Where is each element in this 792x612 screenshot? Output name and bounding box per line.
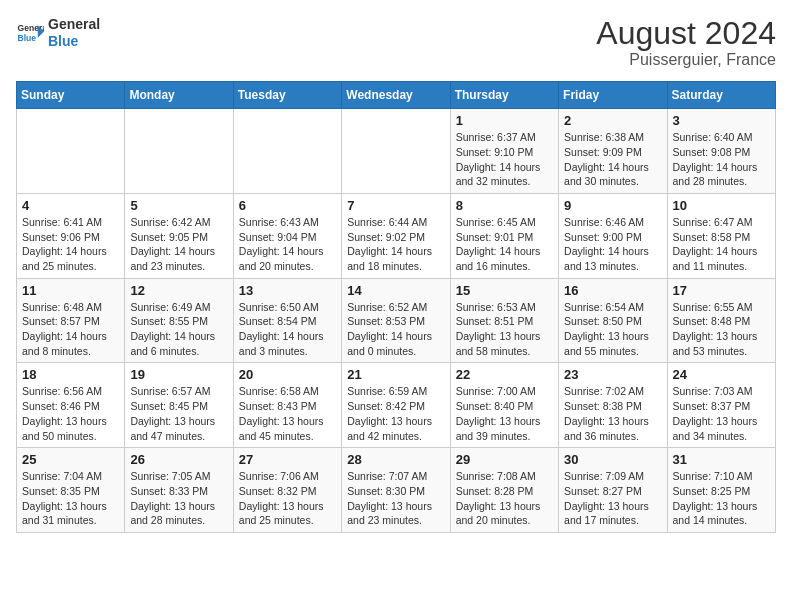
calendar-cell: 3Sunrise: 6:40 AM Sunset: 9:08 PM Daylig… [667,109,775,194]
day-info: Sunrise: 6:56 AM Sunset: 8:46 PM Dayligh… [22,384,119,443]
day-info: Sunrise: 6:38 AM Sunset: 9:09 PM Dayligh… [564,130,661,189]
calendar-cell: 25Sunrise: 7:04 AM Sunset: 8:35 PM Dayli… [17,448,125,533]
day-info: Sunrise: 6:43 AM Sunset: 9:04 PM Dayligh… [239,215,336,274]
svg-text:Blue: Blue [18,33,37,43]
day-number: 5 [130,198,227,213]
calendar-cell: 31Sunrise: 7:10 AM Sunset: 8:25 PM Dayli… [667,448,775,533]
day-info: Sunrise: 7:03 AM Sunset: 8:37 PM Dayligh… [673,384,770,443]
day-info: Sunrise: 7:06 AM Sunset: 8:32 PM Dayligh… [239,469,336,528]
day-number: 21 [347,367,444,382]
day-number: 14 [347,283,444,298]
calendar-cell [233,109,341,194]
day-number: 26 [130,452,227,467]
day-info: Sunrise: 6:49 AM Sunset: 8:55 PM Dayligh… [130,300,227,359]
calendar-cell: 5Sunrise: 6:42 AM Sunset: 9:05 PM Daylig… [125,193,233,278]
calendar-week-row: 25Sunrise: 7:04 AM Sunset: 8:35 PM Dayli… [17,448,776,533]
calendar-cell: 1Sunrise: 6:37 AM Sunset: 9:10 PM Daylig… [450,109,558,194]
day-info: Sunrise: 7:02 AM Sunset: 8:38 PM Dayligh… [564,384,661,443]
day-info: Sunrise: 6:58 AM Sunset: 8:43 PM Dayligh… [239,384,336,443]
header-friday: Friday [559,82,667,109]
day-number: 27 [239,452,336,467]
calendar-cell: 11Sunrise: 6:48 AM Sunset: 8:57 PM Dayli… [17,278,125,363]
calendar-cell: 15Sunrise: 6:53 AM Sunset: 8:51 PM Dayli… [450,278,558,363]
day-number: 22 [456,367,553,382]
logo: General Blue General Blue [16,16,100,50]
page-subtitle: Puisserguier, France [596,51,776,69]
header-thursday: Thursday [450,82,558,109]
day-number: 7 [347,198,444,213]
day-number: 1 [456,113,553,128]
day-number: 11 [22,283,119,298]
calendar-cell: 30Sunrise: 7:09 AM Sunset: 8:27 PM Dayli… [559,448,667,533]
calendar-cell: 12Sunrise: 6:49 AM Sunset: 8:55 PM Dayli… [125,278,233,363]
calendar-cell: 22Sunrise: 7:00 AM Sunset: 8:40 PM Dayli… [450,363,558,448]
day-number: 24 [673,367,770,382]
day-number: 25 [22,452,119,467]
day-info: Sunrise: 6:44 AM Sunset: 9:02 PM Dayligh… [347,215,444,274]
header-monday: Monday [125,82,233,109]
day-info: Sunrise: 7:09 AM Sunset: 8:27 PM Dayligh… [564,469,661,528]
day-info: Sunrise: 6:59 AM Sunset: 8:42 PM Dayligh… [347,384,444,443]
calendar-week-row: 18Sunrise: 6:56 AM Sunset: 8:46 PM Dayli… [17,363,776,448]
day-number: 2 [564,113,661,128]
day-number: 8 [456,198,553,213]
calendar-cell: 28Sunrise: 7:07 AM Sunset: 8:30 PM Dayli… [342,448,450,533]
calendar-cell: 29Sunrise: 7:08 AM Sunset: 8:28 PM Dayli… [450,448,558,533]
day-info: Sunrise: 6:37 AM Sunset: 9:10 PM Dayligh… [456,130,553,189]
calendar-cell: 2Sunrise: 6:38 AM Sunset: 9:09 PM Daylig… [559,109,667,194]
calendar-week-row: 4Sunrise: 6:41 AM Sunset: 9:06 PM Daylig… [17,193,776,278]
calendar-cell: 16Sunrise: 6:54 AM Sunset: 8:50 PM Dayli… [559,278,667,363]
calendar-week-row: 11Sunrise: 6:48 AM Sunset: 8:57 PM Dayli… [17,278,776,363]
calendar-cell: 13Sunrise: 6:50 AM Sunset: 8:54 PM Dayli… [233,278,341,363]
calendar-cell: 4Sunrise: 6:41 AM Sunset: 9:06 PM Daylig… [17,193,125,278]
title-block: August 2024 Puisserguier, France [596,16,776,69]
calendar-cell: 21Sunrise: 6:59 AM Sunset: 8:42 PM Dayli… [342,363,450,448]
day-info: Sunrise: 6:46 AM Sunset: 9:00 PM Dayligh… [564,215,661,274]
calendar-cell: 10Sunrise: 6:47 AM Sunset: 8:58 PM Dayli… [667,193,775,278]
calendar-cell: 6Sunrise: 6:43 AM Sunset: 9:04 PM Daylig… [233,193,341,278]
day-info: Sunrise: 6:45 AM Sunset: 9:01 PM Dayligh… [456,215,553,274]
day-number: 30 [564,452,661,467]
logo-icon: General Blue [16,19,44,47]
day-info: Sunrise: 6:53 AM Sunset: 8:51 PM Dayligh… [456,300,553,359]
calendar-cell: 23Sunrise: 7:02 AM Sunset: 8:38 PM Dayli… [559,363,667,448]
page-header: General Blue General Blue August 2024 Pu… [16,16,776,69]
day-number: 28 [347,452,444,467]
day-info: Sunrise: 6:47 AM Sunset: 8:58 PM Dayligh… [673,215,770,274]
day-info: Sunrise: 7:08 AM Sunset: 8:28 PM Dayligh… [456,469,553,528]
day-info: Sunrise: 7:05 AM Sunset: 8:33 PM Dayligh… [130,469,227,528]
calendar-cell: 26Sunrise: 7:05 AM Sunset: 8:33 PM Dayli… [125,448,233,533]
day-number: 9 [564,198,661,213]
day-number: 10 [673,198,770,213]
day-info: Sunrise: 7:10 AM Sunset: 8:25 PM Dayligh… [673,469,770,528]
day-info: Sunrise: 7:07 AM Sunset: 8:30 PM Dayligh… [347,469,444,528]
calendar-cell: 8Sunrise: 6:45 AM Sunset: 9:01 PM Daylig… [450,193,558,278]
calendar-cell [17,109,125,194]
calendar-cell: 18Sunrise: 6:56 AM Sunset: 8:46 PM Dayli… [17,363,125,448]
day-number: 16 [564,283,661,298]
header-wednesday: Wednesday [342,82,450,109]
day-info: Sunrise: 6:42 AM Sunset: 9:05 PM Dayligh… [130,215,227,274]
logo-text-general: General [48,16,100,33]
calendar-cell [342,109,450,194]
day-number: 20 [239,367,336,382]
day-info: Sunrise: 6:54 AM Sunset: 8:50 PM Dayligh… [564,300,661,359]
calendar-cell: 17Sunrise: 6:55 AM Sunset: 8:48 PM Dayli… [667,278,775,363]
calendar-table: SundayMondayTuesdayWednesdayThursdayFrid… [16,81,776,533]
day-number: 31 [673,452,770,467]
calendar-cell: 19Sunrise: 6:57 AM Sunset: 8:45 PM Dayli… [125,363,233,448]
day-number: 13 [239,283,336,298]
header-saturday: Saturday [667,82,775,109]
day-number: 18 [22,367,119,382]
calendar-cell: 24Sunrise: 7:03 AM Sunset: 8:37 PM Dayli… [667,363,775,448]
day-info: Sunrise: 6:41 AM Sunset: 9:06 PM Dayligh… [22,215,119,274]
calendar-week-row: 1Sunrise: 6:37 AM Sunset: 9:10 PM Daylig… [17,109,776,194]
calendar-cell: 27Sunrise: 7:06 AM Sunset: 8:32 PM Dayli… [233,448,341,533]
logo-text-blue: Blue [48,33,100,50]
day-number: 19 [130,367,227,382]
day-number: 29 [456,452,553,467]
day-info: Sunrise: 6:40 AM Sunset: 9:08 PM Dayligh… [673,130,770,189]
day-number: 6 [239,198,336,213]
day-number: 17 [673,283,770,298]
day-info: Sunrise: 6:48 AM Sunset: 8:57 PM Dayligh… [22,300,119,359]
